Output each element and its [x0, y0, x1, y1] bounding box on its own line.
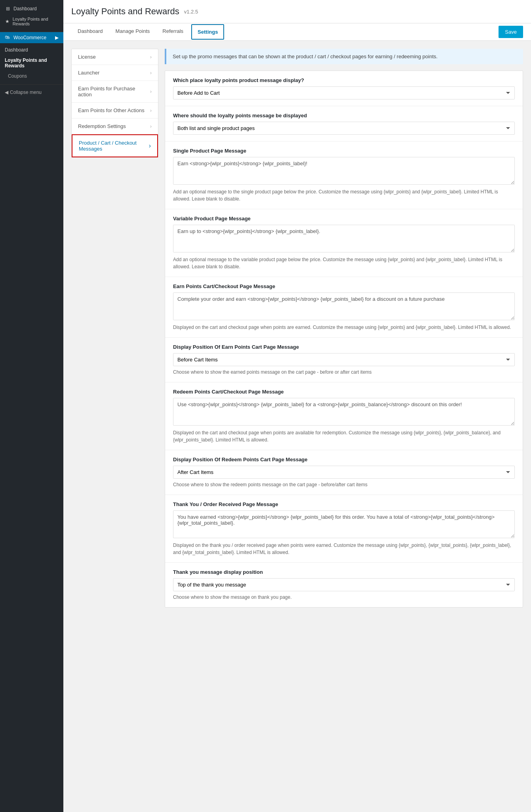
save-button[interactable]: Save [499, 26, 523, 38]
sidebar-woocommerce-label: WooCommerce [13, 35, 46, 40]
form-group-redeem-cart-position: Display Position Of Redeem Points Cart P… [165, 450, 523, 495]
left-panel-license[interactable]: License › [72, 49, 158, 65]
form-desc-earn-cart-position: Choose where to show the earned points m… [173, 369, 515, 376]
form-group-thankyou-position: Thank you message display position Top o… [165, 563, 523, 607]
form-desc-earn-cart: Displayed on the cart and checkout page … [173, 324, 515, 331]
chevron-icon: › [150, 70, 152, 76]
tab-settings[interactable]: Settings [191, 24, 224, 40]
chevron-right-icon: ▶ [55, 35, 59, 40]
left-panel-messages[interactable]: Product / Cart / Checkout Messages › [72, 134, 158, 157]
woo-icon: 🛍 [5, 34, 11, 41]
page-header: Loyalty Points and Rewards v1.2.5 [63, 0, 531, 23]
form-label-redeem-cart-position: Display Position Of Redeem Points Cart P… [173, 457, 515, 462]
select-thankyou-position[interactable]: Top of the thank you message Bottom of t… [173, 578, 515, 591]
collapse-menu-button[interactable]: ◀ Collapse menu [0, 86, 63, 98]
left-panel: License › Launcher › Earn Points for Pur… [71, 49, 158, 158]
tab-referrals[interactable]: Referrals [156, 23, 190, 40]
top-bar: Dashboard Manage Points Referrals Settin… [63, 23, 531, 41]
chevron-icon: › [150, 124, 152, 129]
textarea-variable-product[interactable]: Earn up to <strong>{wlpr_points}</strong… [173, 225, 515, 252]
form-label-thankyou-position: Thank you message display position [173, 569, 515, 575]
select-display-where[interactable]: Both list and single product pages Singl… [173, 122, 515, 135]
sidebar-item-coupons-link[interactable]: Coupons [0, 71, 63, 81]
chevron-icon: › [150, 54, 152, 60]
left-panel-redemption[interactable]: Redemption Settings › [72, 118, 158, 134]
left-panel-launcher[interactable]: Launcher › [72, 65, 158, 81]
textarea-redeem-cart[interactable]: Use <strong>{wlpr_points}</strong> {wlpr… [173, 398, 515, 426]
form-group-variable-product: Variable Product Page Message Earn up to… [165, 209, 523, 277]
form-group-display-where: Where should the loyalty points message … [165, 106, 523, 141]
sidebar-item-dashboard[interactable]: ⊞ Dashboard [5, 3, 59, 14]
form-label-display-where: Where should the loyalty points message … [173, 113, 515, 118]
tab-dashboard[interactable]: Dashboard [71, 23, 109, 40]
left-panel-earn-purchase[interactable]: Earn Points for Purchase action › [72, 81, 158, 103]
sidebar-nav: Dashboard Loyalty Points and Rewards Cou… [0, 43, 63, 83]
form-label-display-place: Which place loyalty points product messa… [173, 77, 515, 83]
form-label-single-product: Single Product Page Message [173, 148, 515, 154]
form-desc-single-product: Add an optional message to the single pr… [173, 188, 515, 203]
sidebar-header: ⊞ Dashboard ★ Loyalty Points and Rewards [0, 0, 63, 32]
form-label-variable-product: Variable Product Page Message [173, 216, 515, 222]
form-label-earn-cart: Earn Points Cart/Checkout Page Message [173, 283, 515, 289]
form-desc-redeem-cart-position: Choose where to show the redeem points m… [173, 481, 515, 488]
select-redeem-cart-position[interactable]: After Cart Items Before Cart Items [173, 466, 515, 479]
info-banner: Set up the promo messages that can be sh… [165, 49, 523, 64]
page-version: v1.2.5 [184, 9, 198, 15]
page-title: Loyalty Points and Rewards [71, 6, 179, 17]
sidebar-divider [0, 84, 63, 85]
textarea-thankyou[interactable]: You have earned <strong>{wlpr_points}</s… [173, 510, 515, 538]
form-desc-variable-product: Add an optional message to the variable … [173, 256, 515, 270]
grid-icon: ⊞ [5, 6, 11, 12]
collapse-icon: ◀ [5, 90, 8, 95]
sidebar-item-loyalty-header[interactable]: ★ Loyalty Points and Rewards [5, 14, 59, 29]
form-group-single-product: Single Product Page Message Earn <strong… [165, 141, 523, 209]
left-panel-earn-other[interactable]: Earn Points for Other Actions › [72, 103, 158, 118]
sidebar-item-dashboard-link[interactable]: Dashboard [0, 45, 63, 55]
sidebar-loyalty-header-label: Loyalty Points and Rewards [13, 17, 59, 26]
sidebar: ⊞ Dashboard ★ Loyalty Points and Rewards… [0, 0, 63, 812]
chevron-icon: › [150, 89, 152, 94]
chevron-blue-icon: › [149, 142, 151, 149]
form-group-display-place: Which place loyalty points product messa… [165, 71, 523, 106]
content-area: License › Launcher › Earn Points for Pur… [63, 41, 531, 812]
form-group-redeem-cart: Redeem Points Cart/Checkout Page Message… [165, 382, 523, 450]
textarea-earn-cart[interactable]: Complete your order and earn <strong>{wl… [173, 292, 515, 320]
main-content: Loyalty Points and Rewards v1.2.5 Dashbo… [63, 0, 531, 812]
sidebar-item-loyalty-link[interactable]: Loyalty Points and Rewards [0, 55, 63, 71]
form-desc-thankyou-position: Choose where to show the message on than… [173, 594, 515, 601]
textarea-single-product[interactable]: Earn <strong>{wlpr_points}</strong> {wlp… [173, 157, 515, 185]
form-group-earn-cart: Earn Points Cart/Checkout Page Message C… [165, 277, 523, 338]
form-label-earn-cart-position: Display Position Of Earn Points Cart Pag… [173, 344, 515, 350]
form-label-redeem-cart: Redeem Points Cart/Checkout Page Message [173, 389, 515, 395]
form-desc-redeem-cart: Displayed on the cart and checkout page … [173, 429, 515, 443]
star-icon: ★ [5, 18, 10, 25]
right-panel: Set up the promo messages that can be sh… [165, 49, 523, 804]
form-section: Which place loyalty points product messa… [165, 71, 523, 608]
tabs-container: Dashboard Manage Points Referrals Settin… [71, 23, 226, 40]
tab-manage-points[interactable]: Manage Points [109, 23, 156, 40]
form-desc-thankyou: Displayed on the thank you / order recei… [173, 542, 515, 556]
chevron-icon: › [150, 108, 152, 113]
form-label-thankyou: Thank You / Order Received Page Message [173, 501, 515, 507]
form-group-earn-cart-position: Display Position Of Earn Points Cart Pag… [165, 338, 523, 382]
form-group-thankyou: Thank You / Order Received Page Message … [165, 495, 523, 563]
select-display-place[interactable]: Before Add to Cart After Add to Cart Aft… [173, 86, 515, 99]
sidebar-woocommerce[interactable]: 🛍 WooCommerce ▶ [0, 32, 63, 43]
select-earn-cart-position[interactable]: Before Cart Items After Cart Items [173, 353, 515, 366]
sidebar-dashboard-label: Dashboard [13, 6, 37, 11]
